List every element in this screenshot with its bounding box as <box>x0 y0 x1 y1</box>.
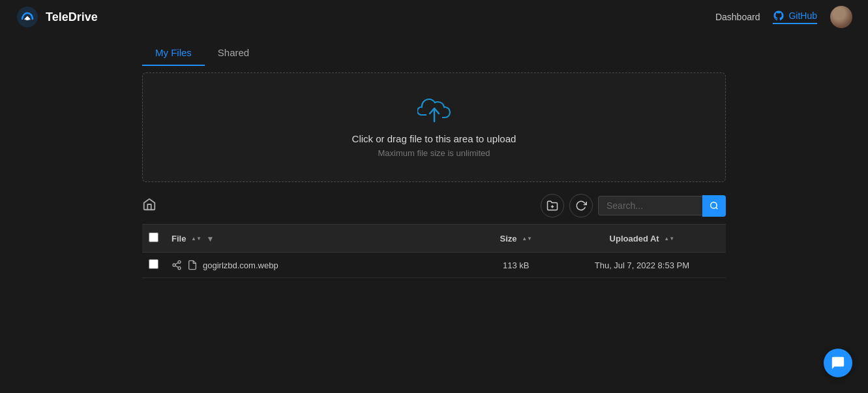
row-date-cell: Thu, Jul 7, 2022 8:53 PM <box>558 253 726 278</box>
tabs: My Files Shared <box>142 34 726 66</box>
search-input[interactable] <box>598 196 702 215</box>
refresh-button[interactable] <box>569 194 593 217</box>
new-folder-button[interactable] <box>541 194 564 217</box>
main-content: My Files Shared Click or drag file to th… <box>0 34 868 278</box>
size-col-header[interactable]: Size ▲▼ <box>474 225 558 253</box>
github-icon <box>773 10 785 22</box>
svg-point-5 <box>711 202 717 208</box>
uploaded-col-header[interactable]: Uploaded At ▲▼ <box>558 225 726 253</box>
row-checkbox[interactable] <box>149 259 158 269</box>
header: TeleDrive Dashboard GitHub <box>0 0 868 34</box>
uploaded-sort-icons[interactable]: ▲▼ <box>664 236 674 242</box>
upload-cloud-icon <box>417 97 451 123</box>
toolbar-left <box>142 197 157 215</box>
file-table: File ▲▼ ▼ Size ▲▼ Uploaded At ▲▼ <box>142 224 726 278</box>
header-left: TeleDrive <box>16 5 98 29</box>
header-right: Dashboard GitHub <box>715 6 852 28</box>
svg-rect-1 <box>26 17 29 20</box>
svg-point-7 <box>178 260 181 263</box>
logo-icon <box>16 5 39 29</box>
chat-icon <box>831 356 845 370</box>
table-header-row: File ▲▼ ▼ Size ▲▼ Uploaded At ▲▼ <box>142 225 726 253</box>
select-all-col <box>142 225 165 253</box>
upload-area[interactable]: Click or drag file to this area to uploa… <box>142 72 726 182</box>
file-name: gogirlzbd.com.webp <box>203 260 278 270</box>
filter-icon[interactable]: ▼ <box>207 234 215 244</box>
logo-text: TeleDrive <box>46 10 98 24</box>
file-table-body: gogirlzbd.com.webp 113 kB Thu, Jul 7, 20… <box>142 253 726 278</box>
table-row: gogirlzbd.com.webp 113 kB Thu, Jul 7, 20… <box>142 253 726 278</box>
svg-point-9 <box>178 267 181 270</box>
github-label: GitHub <box>788 10 817 21</box>
upload-icon-wrapper <box>156 97 712 125</box>
avatar[interactable] <box>830 6 852 28</box>
search-button[interactable] <box>702 195 726 217</box>
select-all-checkbox[interactable] <box>149 232 158 242</box>
upload-sub-text: Maximum file size is unlimited <box>156 148 712 158</box>
chat-bubble-button[interactable] <box>824 349 852 377</box>
file-icon <box>187 260 198 270</box>
toolbar <box>142 187 726 224</box>
upload-main-text: Click or drag file to this area to uploa… <box>156 133 712 144</box>
dashboard-nav[interactable]: Dashboard <box>715 12 760 22</box>
size-col-label: Size <box>500 234 517 244</box>
file-sort-icons[interactable]: ▲▼ <box>191 236 202 242</box>
file-col-header[interactable]: File ▲▼ ▼ <box>165 225 474 253</box>
row-checkbox-cell <box>142 253 165 278</box>
svg-line-10 <box>175 266 179 268</box>
uploaded-col-label: Uploaded At <box>610 234 659 244</box>
row-size-cell: 113 kB <box>474 253 558 278</box>
search-container <box>598 195 726 217</box>
svg-line-6 <box>716 208 718 210</box>
tab-shared[interactable]: Shared <box>205 40 262 66</box>
tab-my-files[interactable]: My Files <box>142 40 205 66</box>
svg-point-8 <box>173 264 175 266</box>
shared-icon <box>172 260 182 270</box>
svg-line-11 <box>175 262 179 264</box>
home-icon[interactable] <box>142 197 157 215</box>
avatar-image <box>830 6 852 28</box>
file-col-label: File <box>172 234 186 244</box>
search-icon <box>710 201 719 210</box>
row-file-cell: gogirlzbd.com.webp <box>165 253 474 278</box>
size-sort-icons[interactable]: ▲▼ <box>522 236 532 242</box>
toolbar-right <box>541 194 726 217</box>
github-nav[interactable]: GitHub <box>773 10 817 24</box>
